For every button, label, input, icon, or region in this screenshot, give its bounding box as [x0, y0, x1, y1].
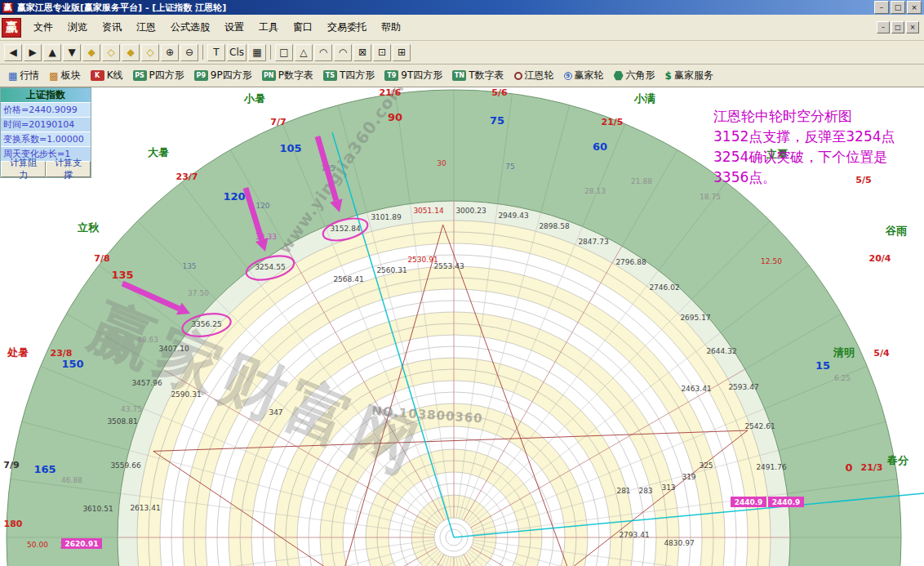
toolbar-item-label: P数字表: [278, 69, 313, 82]
wheel-band: [297, 381, 611, 566]
wheel-fraction-labels: 33.33: [255, 233, 277, 241]
menu-item-5[interactable]: 设置: [217, 18, 251, 37]
diamond-tool-2[interactable]: ◇: [102, 44, 120, 61]
close-button[interactable]: ×: [907, 1, 922, 14]
select-tool-1[interactable]: ⊡: [373, 44, 391, 61]
menu-item-8[interactable]: 交易委托: [320, 18, 374, 37]
price-marker-box: [61, 538, 102, 549]
toolbar-item-label: 赢家服务: [674, 69, 713, 82]
wheel-ring-values: 3356.25: [191, 320, 221, 328]
wheel-angle-labels: 15: [815, 359, 830, 372]
annotation-arrow-head: [255, 238, 268, 252]
price-marker-value: 2620.91: [65, 540, 99, 548]
wheel-inner-values: 2613.41: [130, 504, 160, 512]
diamond-tool-3[interactable]: ◆: [122, 44, 140, 61]
toolbar-item-winner-service[interactable]: $赢家服务: [660, 67, 718, 85]
arc-tool-2[interactable]: ◠: [334, 44, 352, 61]
wheel-angle-labels: 165: [33, 463, 56, 475]
wheel-fraction-labels: 18.75: [700, 193, 721, 201]
diamond-tool-4[interactable]: ◇: [141, 44, 159, 61]
toolbar-item-hexagon[interactable]: 六角形: [609, 67, 660, 85]
wheel-band: [366, 449, 542, 566]
toolbar-item-quotes[interactable]: ▦行情: [3, 67, 44, 85]
wheel-ring-values: 2644.32: [706, 347, 736, 355]
wheel-fraction-labels: 50.00: [27, 541, 48, 549]
toolbar-item-9p-square[interactable]: P99P四方形: [189, 67, 257, 85]
wheel-band: [137, 221, 771, 566]
wheel-ring-values: 3457.96: [131, 379, 162, 387]
minimize-button[interactable]: –: [877, 21, 890, 33]
diamond-tool-1[interactable]: ◆: [82, 44, 100, 61]
toolbar-item-9t-square[interactable]: T99T四方形: [380, 67, 447, 85]
9t-square-icon: T9: [384, 70, 398, 81]
triangle-tool[interactable]: △: [295, 44, 313, 61]
wheel-inner-values: 281: [616, 487, 630, 495]
wheel-fraction-labels: 40.63: [137, 336, 158, 344]
scroll-right-tool[interactable]: ▶: [24, 44, 42, 61]
toolbar-item-kline[interactable]: KK线: [86, 67, 128, 85]
menu-item-3[interactable]: 江恩: [129, 18, 163, 37]
calc-resistance-button[interactable]: 计算阻力: [1, 161, 46, 177]
pointer-up-tool[interactable]: ▲: [43, 44, 61, 61]
menu-item-7[interactable]: 窗口: [286, 18, 320, 37]
menu-item-6[interactable]: 工具: [251, 18, 286, 37]
toolbar-item-gann-wheel[interactable]: 江恩轮: [509, 67, 559, 85]
wheel-date-labels: 7/7: [270, 117, 286, 127]
select-tool-2[interactable]: ⊞: [393, 44, 411, 61]
9p-square-icon: P9: [194, 70, 208, 81]
close-button[interactable]: ×: [906, 21, 919, 33]
menu-item-4[interactable]: 公式选股: [163, 18, 217, 37]
toolbar-item-p-square[interactable]: PSP四方形: [128, 67, 189, 85]
toolbar-item-sectors[interactable]: ▩板块: [44, 67, 85, 85]
wheel-inner-values: 283: [638, 487, 652, 495]
price-marker-value: 2440.9: [772, 498, 801, 506]
toolbar-item-p-number-table[interactable]: PNP数字表: [257, 67, 318, 85]
wheel-angle-labels: 135: [111, 269, 133, 281]
grid-edit-tool[interactable]: ▦: [248, 44, 266, 61]
toolbar-item-t-square[interactable]: TST四方形: [318, 67, 380, 85]
wheel-ring-values: 2949.43: [498, 212, 528, 220]
wheel-inner-values: 2530.91: [407, 256, 438, 264]
p-square-icon: PS: [133, 70, 147, 81]
wheel-fraction-labels: 12.50: [761, 257, 782, 265]
clear-tool[interactable]: Cls: [227, 44, 247, 61]
toolbar-item-winner-wheel[interactable]: 9赢家轮: [559, 67, 609, 85]
arc-tool-1[interactable]: ◠: [314, 44, 332, 61]
wheel-ring-values: 3508.81: [107, 417, 137, 426]
feature-toolbar: ▦行情▩板块KK线PSP四方形P99P四方形PNP数字表TST四方形T99T四方…: [0, 65, 924, 87]
wheel-degree-labels: 30: [437, 159, 446, 167]
highlight-ellipse: [180, 310, 233, 340]
wheel-ring-values: 3610.51: [82, 505, 113, 513]
rect-tool[interactable]: □: [275, 44, 293, 61]
wheel-term-labels: 谷雨: [885, 225, 908, 237]
menu-item-0[interactable]: 文件: [26, 18, 60, 37]
restore-button[interactable]: □: [891, 1, 905, 14]
wheel-date-labels: 7/8: [94, 253, 109, 264]
zoom-out-tool[interactable]: ⊖: [180, 44, 198, 61]
wheel-date-labels: 20/4: [869, 253, 891, 264]
menu-item-2[interactable]: 资讯: [95, 18, 129, 37]
wheel-inner-values: 2463.41: [681, 385, 711, 393]
wheel-date-labels: 5/6: [491, 87, 508, 98]
price-marker-box: [731, 497, 766, 507]
wheel-inner-values: 313: [661, 484, 675, 492]
wheel-fraction-labels: 43.75: [121, 405, 142, 413]
wheel-band: [411, 495, 496, 566]
window-title: 赢家江恩专业版[赢家服务平台] - [上证指数 江恩轮]: [17, 2, 226, 14]
zoom-in-tool[interactable]: ⊕: [161, 44, 179, 61]
wheel-term-labels: 大暑: [148, 146, 169, 158]
text-tool[interactable]: T: [207, 44, 225, 61]
scroll-left-tool[interactable]: ◀: [4, 44, 22, 61]
toolbar-item-t-number-table[interactable]: TNT数字表: [447, 67, 509, 85]
wheel-inner-values: 325: [699, 461, 713, 470]
minimize-button[interactable]: –: [874, 1, 889, 14]
restore-button[interactable]: □: [891, 21, 904, 33]
watermark-text: www.yingjia360.com: [274, 78, 408, 257]
menu-item-1[interactable]: 浏览: [60, 18, 95, 37]
toolbar-item-label: T数字表: [469, 69, 504, 82]
pointer-down-tool[interactable]: ▼: [63, 44, 81, 61]
calc-support-button[interactable]: 计算支撑: [46, 161, 91, 177]
wheel-inner-values: 2590.31: [171, 390, 201, 399]
menu-item-9[interactable]: 帮助: [374, 18, 408, 37]
box-x-tool[interactable]: ⊠: [353, 44, 371, 61]
